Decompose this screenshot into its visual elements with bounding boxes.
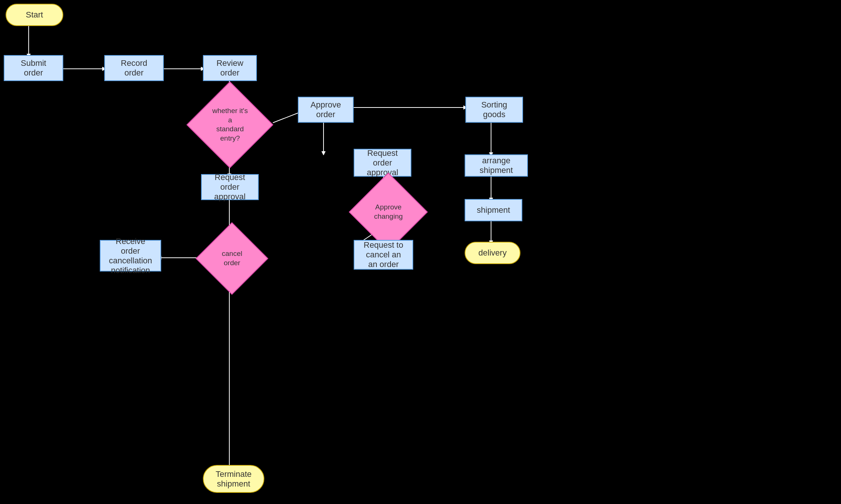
request-cancel-node: Request to cancel an an order — [354, 240, 413, 270]
request-approval-1-node: Request order approval — [201, 174, 259, 200]
review-order-node: Review order — [203, 55, 257, 81]
sorting-goods-node: Sorting goods — [465, 97, 523, 123]
svg-line-8 — [273, 112, 302, 123]
submit-order-node: Submit order — [4, 55, 63, 81]
shipment-node: shipment — [465, 199, 522, 221]
receive-cancel-node: Receive order cancellation notification — [100, 240, 161, 272]
delivery-node: delivery — [465, 242, 520, 264]
arrange-shipment-node: arrange shipment — [465, 154, 528, 177]
request-approval-2-node: Request order approval — [354, 149, 411, 177]
approve-changing-diamond: Approve changing — [354, 190, 423, 234]
cancel-order-diamond: cancel order — [203, 236, 261, 281]
start-node: Start — [6, 4, 63, 26]
record-order-node: Record order — [104, 55, 164, 81]
approve-order-node: Approve order — [298, 97, 354, 123]
standard-entry-diamond: whether it's a standard entry? — [184, 100, 275, 149]
terminate-shipment-node: Terminate shipment — [203, 465, 264, 493]
svg-marker-15 — [322, 151, 325, 155]
